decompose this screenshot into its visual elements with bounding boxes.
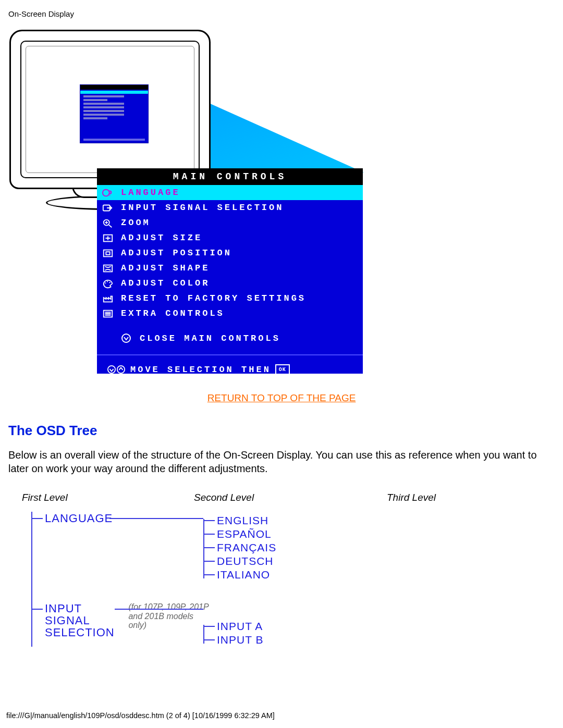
osd-item-adjust-shape[interactable]: ADJUST SHAPE [97, 261, 363, 276]
osd-item-label: ADJUST POSITION [121, 248, 232, 258]
input-arrow-icon [102, 203, 114, 213]
osd-item-label: INPUT SIGNAL SELECTION [121, 203, 284, 213]
tree-child: FRANÇAIS [203, 541, 557, 554]
osd-item-input-signal[interactable]: INPUT SIGNAL SELECTION [97, 200, 363, 215]
osd-close-main-controls[interactable]: CLOSE MAIN CONTROLS [97, 330, 363, 346]
osd-item-extra-controls[interactable]: EXTRA CONTROLS [97, 306, 363, 321]
tree-connector [109, 518, 203, 519]
tree-connector [115, 609, 203, 610]
page-header-title: On-Screen Display [8, 9, 557, 18]
section-paragraph: Below is an overall view of the structur… [8, 448, 554, 475]
osd-item-label: LANGUAGE [121, 188, 180, 198]
osd-item-label: ADJUST SIZE [121, 233, 202, 243]
tree-child-label: DEUTSCH [217, 555, 274, 567]
osd-separator [97, 354, 363, 355]
page-footer-path: file:///G|/manual/english/109P/osd/osdde… [6, 711, 275, 720]
tree-node-label: LANGUAGE [45, 512, 113, 525]
svg-point-12 [122, 334, 130, 342]
osd-item-label: RESET TO FACTORY SETTINGS [121, 293, 306, 303]
osd-panel-title: MAIN CONTROLS [97, 168, 363, 185]
page: On-Screen Display [0, 0, 563, 728]
tree-child-label: FRANÇAIS [217, 541, 276, 554]
osd-footer-text: MOVE SELECTION THEN [130, 365, 271, 375]
ok-icon: OK [275, 364, 290, 375]
tree-child-label: ITALIANO [217, 569, 270, 581]
svg-rect-7 [104, 265, 113, 272]
osd-tree-diagram: First Level Second Level Third Level LAN… [22, 492, 557, 647]
svg-point-8 [105, 282, 106, 283]
resize-icon [102, 233, 114, 243]
tree-child: INPUT A [203, 620, 557, 633]
position-icon [102, 248, 114, 258]
osd-item-adjust-color[interactable]: ADJUST COLOR [97, 276, 363, 291]
svg-point-10 [109, 282, 111, 283]
magnifier-icon [102, 218, 114, 228]
tree-node-label: INPUT SIGNAL SELECTION [45, 602, 123, 638]
palette-icon [102, 278, 114, 289]
svg-rect-5 [104, 250, 113, 256]
tree-child-label: INPUT B [217, 634, 263, 646]
tree-node-input-signal: INPUT SIGNAL SELECTION (for 107P, 109P, … [31, 602, 557, 647]
osd-item-reset-factory[interactable]: RESET TO FACTORY SETTINGS [97, 291, 363, 306]
return-to-top-link[interactable]: RETURN TO TOP OF THE PAGE [6, 392, 557, 404]
shape-icon [102, 263, 114, 274]
tree-child: ENGLISH [203, 514, 557, 527]
factory-icon [102, 293, 114, 304]
tree-children-language: ENGLISH ESPAÑOL FRANÇAIS DEUTSCH ITALIAN… [203, 514, 557, 582]
svg-point-1 [109, 195, 110, 195]
osd-item-label: EXTRA CONTROLS [121, 309, 225, 318]
tree-level-labels: First Level Second Level Third Level [22, 492, 557, 503]
tree-child-label: ENGLISH [217, 514, 268, 527]
svg-point-0 [103, 189, 109, 196]
tree-child: INPUT B [203, 633, 557, 647]
svg-rect-6 [106, 252, 109, 255]
osd-item-language[interactable]: LANGUAGE [97, 185, 363, 200]
level-label-1: First Level [22, 492, 194, 503]
globe-question-icon [102, 188, 114, 198]
osd-item-adjust-size[interactable]: ADJUST SIZE [97, 230, 363, 245]
osd-item-label: ZOOM [121, 218, 151, 228]
osd-main-controls-panel: MAIN CONTROLS LANGUAGE INPUT SIGNAL SELE… [97, 168, 363, 374]
tree-child-label: ESPAÑOL [217, 528, 272, 540]
osd-item-adjust-position[interactable]: ADJUST POSITION [97, 245, 363, 261]
tree-child-label: INPUT A [217, 620, 263, 633]
up-down-arrows-icon [107, 364, 125, 375]
section-heading-osd-tree: The OSD Tree [8, 423, 557, 439]
tree-children-input-signal: INPUT A INPUT B [203, 620, 557, 647]
tree-child: ITALIANO [203, 568, 557, 582]
mini-osd-preview [80, 85, 148, 143]
osd-illustration: MAIN CONTROLS LANGUAGE INPUT SIGNAL SELE… [9, 30, 364, 368]
tree-node-language: LANGUAGE ENGLISH ESPAÑOL FRANÇAIS DEUTSC… [31, 512, 557, 585]
svg-point-9 [107, 281, 108, 282]
osd-close-label: CLOSE MAIN CONTROLS [140, 334, 280, 343]
osd-footer-hint: MOVE SELECTION THEN OK [97, 361, 363, 378]
level-label-2: Second Level [194, 492, 387, 503]
tree-child: ESPAÑOL [203, 527, 557, 541]
tree-node-note: (for 107P, 109P, 201P and 201B models on… [128, 602, 212, 630]
down-circle-icon [121, 333, 132, 343]
list-icon [102, 309, 114, 319]
level-label-3: Third Level [387, 492, 557, 503]
tree-child: DEUTSCH [203, 554, 557, 568]
osd-item-label: ADJUST SHAPE [121, 263, 210, 273]
osd-item-zoom[interactable]: ZOOM [97, 215, 363, 230]
osd-item-label: ADJUST COLOR [121, 278, 210, 288]
